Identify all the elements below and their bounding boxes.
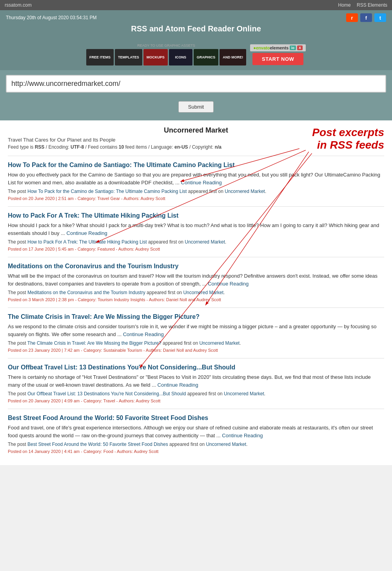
article-4-continue-reading[interactable]: Continue Reading — [123, 331, 164, 337]
nav-links: Home RSS Elements — [334, 2, 387, 8]
post-excerpts-annotation: Post excerptsin RSS feeds — [312, 126, 384, 151]
annotation-text: Post excerptsin RSS feeds — [312, 126, 384, 151]
site-title: RSS and Atom Feed Reader Online — [6, 24, 386, 33]
envato-logo: ●envatoelements io X — [250, 44, 306, 51]
banner-graphics[interactable]: GRAPHICS — [194, 49, 219, 65]
article-4-source-link[interactable]: The Climate Crisis in Travel: Are We Mis… — [27, 340, 162, 346]
article-3-source: The post Meditations on the Coronavirus … — [8, 290, 384, 295]
datetime: Thursday 20th of August 2020 03:54:31 PM — [6, 15, 97, 20]
article-2: How to Pack For A Trek: The Ultimate Hik… — [8, 206, 384, 257]
article-6-site-link[interactable]: Uncornered Market — [206, 442, 246, 447]
submit-button[interactable]: Submit — [178, 101, 214, 113]
envato-badge-x: X — [297, 45, 303, 50]
envato-text: ●envatoelements — [253, 45, 289, 50]
url-input[interactable] — [6, 75, 386, 93]
article-3-title[interactable]: Meditations on the Coronavirus and the T… — [8, 263, 384, 270]
article-5-excerpt: There is certainly no shortage of "Hot T… — [8, 373, 384, 389]
start-now-button[interactable]: START NOW — [252, 53, 303, 65]
article-5-continue-reading[interactable]: Continue Reading — [158, 382, 198, 388]
envato-badge-io: io — [290, 45, 296, 50]
article-2-source-link[interactable]: How to Pack For A Trek: The Ultimate Hik… — [27, 239, 147, 245]
article-1-source-link[interactable]: How To Pack for the Camino de Santiago: … — [27, 189, 187, 194]
banner-icons[interactable]: ICONS — [169, 49, 192, 65]
article-4: The Climate Crisis in Travel: Are We Mis… — [8, 307, 384, 358]
url-section — [0, 70, 392, 97]
article-6-excerpt: Food and travel, one of life's great exp… — [8, 424, 384, 439]
article-5-title[interactable]: Our Offbeat Travel List: 13 Destinations… — [8, 364, 384, 371]
article-2-site-link[interactable]: Uncornered Market — [185, 239, 225, 245]
banner-right: ●envatoelements io X START NOW — [250, 44, 306, 65]
article-4-meta: Posted on 23 January 2020 | 7:42 am - Ca… — [8, 348, 384, 353]
banner-area: READY TO USE GRAPHIC ASSETS FREE ITEMS T… — [0, 40, 392, 70]
article-1-site-link[interactable]: Uncornered Market — [225, 189, 265, 194]
nav-home[interactable]: Home — [338, 2, 351, 8]
banner-free-items[interactable]: FREE ITEMS — [86, 49, 114, 65]
article-1: How To Pack for the Camino de Santiago: … — [8, 156, 384, 206]
article-4-site-link[interactable]: Uncornered Market — [199, 340, 240, 346]
banner-items: FREE ITEMS TEMPLATES MOCKUPS ICONS GRAPH… — [86, 49, 246, 65]
facebook-button[interactable]: f — [360, 13, 372, 22]
article-2-title[interactable]: How to Pack For A Trek: The Ultimate Hik… — [8, 212, 384, 219]
article-4-excerpt: As we respond to the climate crisis and … — [8, 323, 384, 338]
twitter-button[interactable]: t — [374, 13, 386, 22]
article-1-excerpt: How do you effectively pack for the Cami… — [8, 171, 384, 186]
article-6: Best Street Food Around the World: 50 Fa… — [8, 409, 384, 459]
submit-section: Submit — [0, 97, 392, 120]
article-2-excerpt: How should I pack for a hike? What shoul… — [8, 222, 384, 237]
article-3-continue-reading[interactable]: Continue Reading — [208, 281, 249, 287]
article-4-title[interactable]: The Climate Crisis in Travel: Are We Mis… — [8, 313, 384, 320]
header-top: Thursday 20th of August 2020 03:54:31 PM… — [6, 13, 386, 22]
article-1-meta: Posted on 20 June 2020 | 2:51 am - Categ… — [8, 196, 384, 201]
article-4-source: The post The Climate Crisis in Travel: A… — [8, 340, 384, 346]
brand-name: rssatom.com — [5, 2, 32, 8]
article-6-continue-reading[interactable]: Continue Reading — [222, 433, 263, 438]
article-5-meta: Posted on 20 January 2020 | 4:09 am - Ca… — [8, 398, 384, 403]
top-nav: rssatom.com Home RSS Elements — [0, 0, 392, 10]
article-3-meta: Posted on 3 March 2020 | 2:38 pm - Categ… — [8, 297, 384, 302]
banner-templates[interactable]: TEMPLATES — [115, 49, 142, 65]
article-3-source-link[interactable]: Meditations on the Coronavirus and the T… — [27, 290, 145, 295]
article-1-source: The post How To Pack for the Camino de S… — [8, 189, 384, 194]
article-2-source: The post How to Pack For A Trek: The Ult… — [8, 239, 384, 245]
article-5-source: The post Our Offbeat Travel List: 13 Des… — [8, 391, 384, 396]
article-1-title[interactable]: How To Pack for the Camino de Santiago: … — [8, 162, 384, 169]
banner-mockups[interactable]: MOCKUPS — [143, 49, 168, 65]
banner-container: READY TO USE GRAPHIC ASSETS FREE ITEMS T… — [86, 44, 246, 65]
banner-label: READY TO USE GRAPHIC ASSETS — [137, 44, 195, 47]
article-1-continue-reading[interactable]: Continue Reading — [181, 180, 222, 185]
article-6-source: The post Best Street Food Around the Wor… — [8, 442, 384, 447]
article-6-title[interactable]: Best Street Food Around the World: 50 Fa… — [8, 415, 384, 422]
article-5: Our Offbeat Travel List: 13 Destinations… — [8, 358, 384, 409]
article-3: Meditations on the Coronavirus and the T… — [8, 257, 384, 307]
article-2-meta: Posted on 17 June 2020 | 5:45 am - Categ… — [8, 247, 384, 251]
banner-and-more[interactable]: AND MORE! — [220, 49, 246, 65]
article-6-source-link[interactable]: Best Street Food Around the World: 50 Fa… — [27, 442, 168, 447]
reddit-button[interactable]: r — [346, 13, 358, 22]
article-5-source-link[interactable]: Our Offbeat Travel List: 13 Destinations… — [27, 391, 186, 396]
article-6-meta: Posted on 14 January 2020 | 4:41 am - Ca… — [8, 449, 384, 454]
article-5-site-link[interactable]: Uncornered Market — [224, 391, 264, 396]
article-2-continue-reading[interactable]: Continue Reading — [67, 230, 107, 236]
article-3-site-link[interactable]: Uncornered Market — [183, 290, 223, 295]
content-area: Post excerptsin RSS feeds Uncornered Mar… — [0, 120, 392, 465]
nav-rss-elements[interactable]: RSS Elements — [357, 2, 387, 8]
header-section: Thursday 20th of August 2020 03:54:31 PM… — [0, 10, 392, 40]
social-icons: r f t — [346, 13, 386, 22]
article-3-excerpt: What will be the impact of the coronavir… — [8, 272, 384, 287]
